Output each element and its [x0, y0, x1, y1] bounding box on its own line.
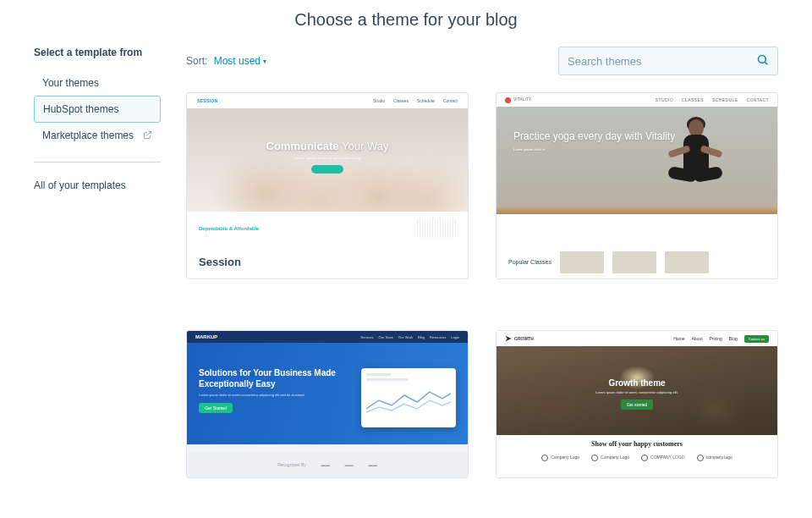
sidebar-item-label: HubSpot themes [43, 103, 118, 115]
theme-grid: SESSION Studio Classes Schedule Contact … [186, 92, 778, 478]
preview-strip: Dependable & Affordable [187, 212, 468, 245]
yoga-figure-icon [648, 114, 745, 207]
theme-name: Growth [497, 477, 777, 478]
sort-value: Most used [214, 55, 261, 67]
search-input[interactable] [568, 55, 756, 68]
preview-topbar: SESSION Studio Classes Schedule Contact [187, 93, 468, 108]
svg-point-1 [759, 55, 766, 63]
theme-preview: MARKUP Services Our Team Our Work Blog R… [187, 331, 468, 477]
theme-card-growth[interactable]: GROWTH Home About Pricing Blog Contact u… [496, 330, 778, 478]
sidebar-item-label: Your themes [42, 77, 99, 89]
sidebar-title: Select a template from [34, 47, 161, 58]
theme-name: Session [187, 245, 468, 278]
sidebar-item-your-themes[interactable]: Your themes [34, 70, 161, 96]
theme-preview: VITALITY STUDIO CLASSES SCHEDULE CONTACT… [497, 93, 777, 278]
sidebar-item-label: Marketplace themes [42, 130, 134, 141]
preview-hero: Solutions for Your Business Made Excepti… [187, 343, 468, 444]
theme-card-martech[interactable]: MARKUP Services Our Team Our Work Blog R… [186, 330, 469, 478]
sidebar-item-hubspot-themes[interactable]: HubSpot themes [34, 96, 161, 123]
preview-nav: Studio Classes Schedule Contact [373, 98, 458, 103]
preview-topbar: GROWTH Home About Pricing Blog Contact u… [497, 331, 777, 346]
preview-cta: Get Started [199, 403, 233, 413]
preview-nav: STUDIO CLASSES SCHEDULE CONTACT [656, 97, 769, 102]
preview-hero: Growth theme Lorem ipsum dolor sit amet,… [497, 346, 777, 436]
theme-card-vitality[interactable]: VITALITY STUDIO CLASSES SCHEDULE CONTACT… [496, 92, 778, 279]
preview-strip: Recognized By ▬▬▬▬▬▬ [187, 452, 468, 477]
theme-preview: SESSION Studio Classes Schedule Contact … [187, 93, 468, 245]
sort-label: Sort: [186, 55, 207, 67]
preview-topbar: VITALITY STUDIO CLASSES SCHEDULE CONTACT [497, 93, 777, 107]
page-title: Choose a theme for your blog [0, 10, 812, 30]
svg-line-0 [147, 131, 151, 135]
preview-strip: Show off your happy customers Company Lo… [497, 435, 777, 477]
preview-cta [311, 165, 343, 174]
svg-line-2 [765, 62, 767, 64]
sidebar-item-all-templates[interactable]: All of your templates [34, 173, 161, 198]
preview-strip: Popular Classes [497, 246, 777, 278]
toolbar: Sort: Most used ▾ [186, 47, 778, 75]
search-box[interactable] [558, 47, 778, 75]
theme-preview: GROWTH Home About Pricing Blog Contact u… [497, 331, 777, 477]
preview-hero: Communicate Your Way Lorem ipsum dolor s… [187, 140, 468, 174]
preview-cta: Get started [621, 400, 654, 410]
sidebar-divider [34, 162, 161, 163]
theme-name: Vitality [497, 278, 777, 279]
preview-brand: MARKUP [195, 334, 217, 339]
preview-brand: GROWTH [505, 335, 534, 342]
main-content: Sort: Most used ▾ SESSION [186, 47, 778, 478]
preview-chart-card [361, 368, 456, 427]
preview-nav: Home About Pricing Blog Contact us [673, 335, 769, 343]
external-link-icon [143, 130, 152, 141]
preview-brand: SESSION [197, 98, 217, 103]
sidebar-item-marketplace-themes[interactable]: Marketplace themes [34, 123, 161, 148]
preview-brand: VITALITY [505, 96, 531, 102]
sidebar-item-label: All of your templates [34, 179, 126, 191]
sidebar: Select a template from Your themes HubSp… [34, 47, 161, 478]
theme-card-session[interactable]: SESSION Studio Classes Schedule Contact … [186, 92, 469, 279]
sort-control: Sort: Most used ▾ [186, 55, 266, 67]
chevron-down-icon: ▾ [263, 58, 266, 65]
theme-name: Martech [187, 477, 468, 478]
preview-topbar: MARKUP Services Our Team Our Work Blog R… [187, 331, 468, 343]
search-icon [756, 53, 769, 69]
sort-dropdown[interactable]: Most used ▾ [214, 55, 266, 67]
